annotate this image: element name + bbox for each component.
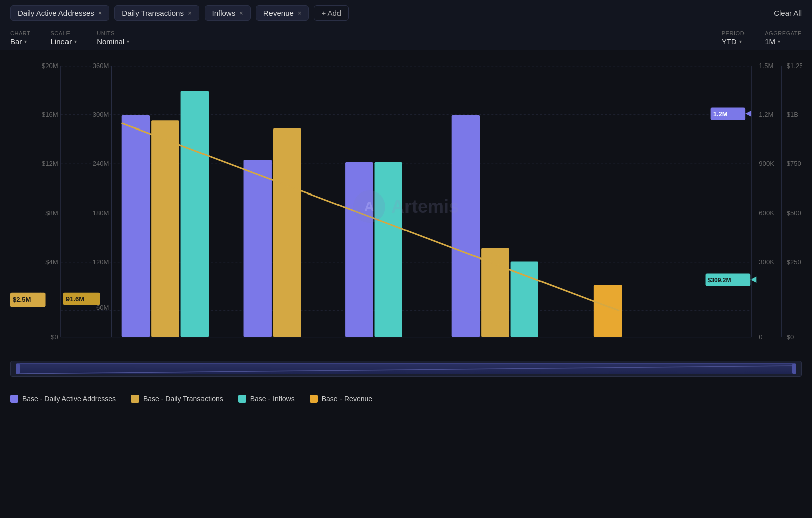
svg-text:1.2M: 1.2M [713,110,728,118]
units-control[interactable]: UNITS Nominal ▾ [97,30,129,46]
svg-text:600K: 600K [759,209,774,216]
clear-all-button[interactable]: Clear All [774,9,802,17]
svg-text:$1B: $1B [787,111,798,118]
svg-text:$4M: $4M [45,258,58,266]
svg-text:$0: $0 [787,333,794,341]
svg-text:91.6M: 91.6M [66,295,84,303]
bar-daa-1 [122,115,150,337]
svg-text:$16M: $16M [42,111,58,118]
period-control[interactable]: PERIOD YTD ▾ [722,30,745,46]
svg-text:$0: $0 [51,333,58,341]
bar-dt-2 [273,128,301,337]
legend-color-dt [131,395,139,403]
price-tag-daa: $2.5M [10,293,46,307]
legend-item-daa: Base - Daily Active Addresses [10,395,116,403]
chart-container: A Artemis $20M $16M $12M $8M $4M $0 360M… [0,50,812,387]
bar-daa-2 [244,160,272,337]
svg-text:0: 0 [759,333,762,341]
legend-item-inflows: Base - Inflows [238,395,295,403]
legend-color-inflows [238,395,246,403]
chart-control[interactable]: CHART Bar ▾ [10,30,30,46]
svg-text:$750M: $750M [787,160,802,167]
close-revenue-icon[interactable]: × [298,9,302,17]
scale-dropdown-icon: ▾ [74,39,77,44]
scrollbar-handle-right[interactable] [792,364,796,374]
bar-inflows-4 [511,262,538,337]
svg-text:$500M: $500M [787,209,802,216]
svg-line-46 [16,366,796,374]
price-tag-inflows: 1.2M [711,107,752,120]
svg-marker-37 [745,111,751,117]
scale-control[interactable]: SCALE Linear ▾ [50,30,77,46]
metric-tag-inflows[interactable]: Inflows × [205,5,251,21]
bar-inflows-3 [375,162,402,337]
scrollbar-handle-left[interactable] [16,364,20,374]
svg-text:300K: 300K [759,258,774,266]
svg-text:$1.25B: $1.25B [787,62,802,70]
svg-text:300M: 300M [93,111,109,118]
chart-svg: $20M $16M $12M $8M $4M $0 360M 300M 240M… [10,55,802,358]
close-dt-icon[interactable]: × [188,9,192,17]
svg-text:180M: 180M [93,209,109,216]
aggregate-dropdown-icon: ▾ [778,39,780,44]
scrollbar-container[interactable] [10,361,802,377]
close-inflows-icon[interactable]: × [239,9,243,17]
svg-text:$309.2M: $309.2M [708,277,731,284]
metric-tag-revenue[interactable]: Revenue × [256,5,309,21]
svg-text:240M: 240M [93,160,109,167]
bar-inflows-1 [181,91,209,337]
legend-item-revenue: Base - Revenue [310,395,372,403]
metric-tag-daa[interactable]: Daily Active Addresses × [10,5,109,21]
svg-text:$2.5M: $2.5M [13,296,31,303]
svg-text:$20M: $20M [42,62,58,70]
bar-daa-3 [345,162,373,337]
legend-color-revenue [310,395,318,403]
units-dropdown-icon: ▾ [127,39,129,44]
legend: Base - Daily Active Addresses Base - Dai… [0,387,812,410]
period-dropdown-icon: ▾ [739,39,742,44]
price-tag-dt: 91.6M [63,293,100,305]
metric-tag-dt[interactable]: Daily Transactions × [114,5,199,21]
add-metric-button[interactable]: + Add [314,5,349,21]
svg-text:$12M: $12M [42,160,58,167]
chart-dropdown-icon: ▾ [24,39,27,44]
svg-text:$8M: $8M [45,209,58,216]
svg-text:900K: 900K [759,160,774,167]
chart-area: A Artemis $20M $16M $12M $8M $4M $0 360M… [10,55,802,358]
bar-dt-1 [151,120,179,337]
price-tag-revenue: $309.2M [706,273,757,286]
svg-text:1.2M: 1.2M [759,111,773,118]
bar-daa-4 [452,115,480,337]
svg-text:360M: 360M [93,62,109,70]
controls-bar: CHART Bar ▾ SCALE Linear ▾ UNITS Nominal… [0,26,812,50]
legend-item-dt: Base - Daily Transactions [131,395,223,403]
svg-text:120M: 120M [93,258,109,266]
svg-text:1.5M: 1.5M [759,62,773,70]
bar-dt-4 [481,248,509,337]
aggregate-control[interactable]: AGGREGATE 1M ▾ [765,30,802,46]
legend-color-daa [10,395,18,403]
top-bar: Daily Active Addresses × Daily Transacti… [0,0,812,26]
svg-text:$250M: $250M [787,258,802,266]
close-daa-icon[interactable]: × [98,9,102,17]
